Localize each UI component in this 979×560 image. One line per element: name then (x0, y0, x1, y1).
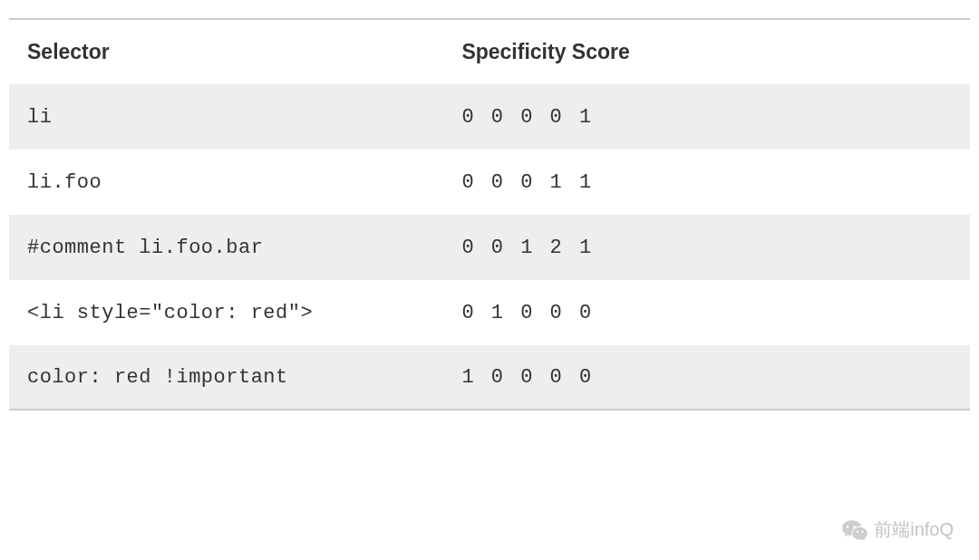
header-selector: Selector (27, 40, 461, 64)
table-row: #comment li.foo.bar 0 0 1 2 1 (9, 215, 970, 280)
cell-score: 1 0 0 0 0 (461, 366, 952, 389)
table-row: li 0 0 0 0 1 (9, 84, 970, 150)
table-row: <li style="color: red"> 0 1 0 0 0 (9, 280, 970, 345)
cell-selector: #comment li.foo.bar (27, 237, 461, 259)
cell-score: 0 1 0 0 0 (461, 302, 952, 324)
watermark: 前端infoQ (841, 517, 954, 542)
cell-selector: <li style="color: red"> (27, 302, 461, 324)
watermark-text: 前端infoQ (874, 517, 954, 542)
cell-score: 0 0 0 1 1 (461, 171, 952, 194)
table-row: color: red !important 1 0 0 0 0 (9, 345, 970, 410)
cell-selector: li (27, 106, 461, 129)
table-header-row: Selector Specificity Score (9, 20, 970, 84)
specificity-table: Selector Specificity Score li 0 0 0 0 1 … (9, 18, 970, 410)
header-score: Specificity Score (461, 40, 952, 64)
cell-selector: color: red !important (27, 366, 461, 389)
cell-score: 0 0 0 0 1 (461, 106, 952, 129)
table-row: li.foo 0 0 0 1 1 (9, 150, 970, 215)
cell-score: 0 0 1 2 1 (461, 237, 952, 259)
wechat-icon (841, 518, 868, 542)
cell-selector: li.foo (27, 171, 461, 194)
